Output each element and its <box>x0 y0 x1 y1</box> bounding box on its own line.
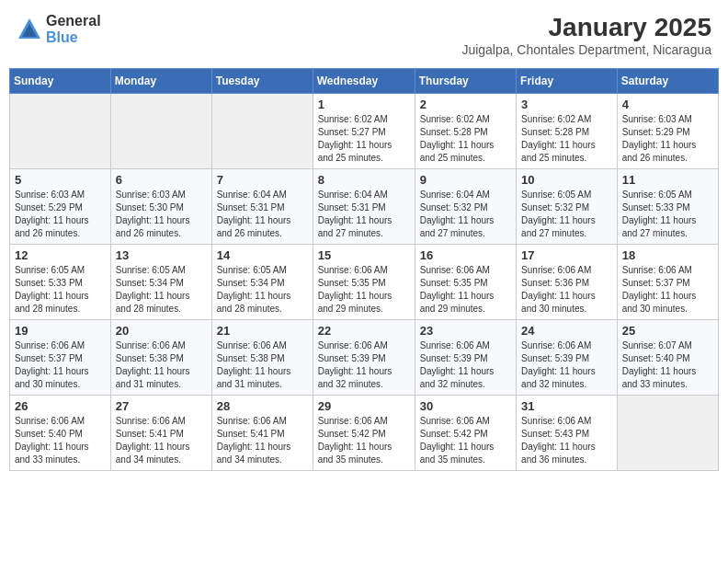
logo-icon <box>17 17 42 42</box>
calendar-cell: 20Sunrise: 6:06 AM Sunset: 5:38 PM Dayli… <box>110 320 211 396</box>
day-number: 31 <box>521 399 612 413</box>
day-number: 15 <box>318 248 410 262</box>
calendar-week-row: 1Sunrise: 6:02 AM Sunset: 5:27 PM Daylig… <box>10 94 719 169</box>
day-info: Sunrise: 6:04 AM Sunset: 5:31 PM Dayligh… <box>318 189 410 240</box>
day-number: 26 <box>15 399 106 413</box>
day-number: 6 <box>116 173 207 187</box>
day-info: Sunrise: 6:06 AM Sunset: 5:42 PM Dayligh… <box>318 415 410 466</box>
calendar-cell <box>110 94 211 169</box>
calendar-cell: 28Sunrise: 6:06 AM Sunset: 5:41 PM Dayli… <box>211 396 313 471</box>
day-number: 9 <box>420 173 511 187</box>
day-number: 27 <box>116 399 207 413</box>
day-number: 2 <box>420 98 511 111</box>
day-number: 14 <box>217 248 308 262</box>
day-number: 13 <box>116 248 207 262</box>
calendar-cell: 21Sunrise: 6:06 AM Sunset: 5:38 PM Dayli… <box>211 320 313 396</box>
calendar-cell: 4Sunrise: 6:03 AM Sunset: 5:29 PM Daylig… <box>617 94 718 169</box>
day-number: 5 <box>15 173 106 187</box>
day-info: Sunrise: 6:05 AM Sunset: 5:33 PM Dayligh… <box>15 264 106 316</box>
calendar-cell: 7Sunrise: 6:04 AM Sunset: 5:31 PM Daylig… <box>211 169 313 245</box>
day-info: Sunrise: 6:06 AM Sunset: 5:41 PM Dayligh… <box>116 415 207 466</box>
day-info: Sunrise: 6:07 AM Sunset: 5:40 PM Dayligh… <box>622 339 713 391</box>
title-block: January 2025 Juigalpa, Chontales Departm… <box>461 13 711 57</box>
calendar-cell: 25Sunrise: 6:07 AM Sunset: 5:40 PM Dayli… <box>617 320 718 396</box>
day-number: 20 <box>116 324 207 338</box>
day-of-week-header: Friday <box>517 69 618 94</box>
day-number: 11 <box>622 173 713 187</box>
calendar-cell: 12Sunrise: 6:05 AM Sunset: 5:33 PM Dayli… <box>10 245 111 320</box>
day-info: Sunrise: 6:06 AM Sunset: 5:38 PM Dayligh… <box>116 339 207 391</box>
day-info: Sunrise: 6:02 AM Sunset: 5:28 PM Dayligh… <box>420 113 511 165</box>
calendar-cell: 6Sunrise: 6:03 AM Sunset: 5:30 PM Daylig… <box>110 169 211 245</box>
logo-general: General <box>46 13 101 29</box>
calendar-cell: 26Sunrise: 6:06 AM Sunset: 5:40 PM Dayli… <box>10 396 111 471</box>
day-info: Sunrise: 6:03 AM Sunset: 5:30 PM Dayligh… <box>116 189 207 240</box>
month-title: January 2025 <box>461 13 711 42</box>
day-of-week-header: Sunday <box>10 69 111 94</box>
calendar-cell: 31Sunrise: 6:06 AM Sunset: 5:43 PM Dayli… <box>517 396 618 471</box>
calendar-table: SundayMondayTuesdayWednesdayThursdayFrid… <box>9 68 719 471</box>
day-number: 18 <box>622 248 713 262</box>
day-info: Sunrise: 6:06 AM Sunset: 5:40 PM Dayligh… <box>15 415 106 466</box>
calendar-cell: 29Sunrise: 6:06 AM Sunset: 5:42 PM Dayli… <box>313 396 415 471</box>
calendar-cell: 15Sunrise: 6:06 AM Sunset: 5:35 PM Dayli… <box>313 245 415 320</box>
day-info: Sunrise: 6:06 AM Sunset: 5:41 PM Dayligh… <box>217 415 308 466</box>
day-number: 24 <box>521 324 612 338</box>
day-of-week-header: Thursday <box>415 69 516 94</box>
location-title: Juigalpa, Chontales Department, Nicaragu… <box>461 42 711 57</box>
day-info: Sunrise: 6:06 AM Sunset: 5:38 PM Dayligh… <box>217 339 308 391</box>
day-number: 22 <box>318 324 410 338</box>
day-info: Sunrise: 6:06 AM Sunset: 5:43 PM Dayligh… <box>521 415 612 466</box>
day-info: Sunrise: 6:05 AM Sunset: 5:32 PM Dayligh… <box>521 189 612 240</box>
day-info: Sunrise: 6:06 AM Sunset: 5:39 PM Dayligh… <box>521 339 612 391</box>
day-of-week-header: Saturday <box>617 69 718 94</box>
calendar-cell: 2Sunrise: 6:02 AM Sunset: 5:28 PM Daylig… <box>415 94 516 169</box>
day-number: 25 <box>622 324 713 338</box>
calendar-cell: 14Sunrise: 6:05 AM Sunset: 5:34 PM Dayli… <box>211 245 313 320</box>
calendar-cell: 17Sunrise: 6:06 AM Sunset: 5:36 PM Dayli… <box>517 245 618 320</box>
calendar-cell: 22Sunrise: 6:06 AM Sunset: 5:39 PM Dayli… <box>313 320 415 396</box>
calendar-cell <box>10 94 111 169</box>
calendar-cell: 1Sunrise: 6:02 AM Sunset: 5:27 PM Daylig… <box>313 94 415 169</box>
calendar-cell: 24Sunrise: 6:06 AM Sunset: 5:39 PM Dayli… <box>517 320 618 396</box>
calendar-cell: 3Sunrise: 6:02 AM Sunset: 5:28 PM Daylig… <box>517 94 618 169</box>
day-info: Sunrise: 6:03 AM Sunset: 5:29 PM Dayligh… <box>622 113 713 165</box>
day-number: 10 <box>521 173 612 187</box>
calendar-cell <box>617 396 718 471</box>
calendar-cell: 5Sunrise: 6:03 AM Sunset: 5:29 PM Daylig… <box>10 169 111 245</box>
day-number: 19 <box>15 324 106 338</box>
day-info: Sunrise: 6:03 AM Sunset: 5:29 PM Dayligh… <box>15 189 106 240</box>
calendar-week-row: 5Sunrise: 6:03 AM Sunset: 5:29 PM Daylig… <box>10 169 719 245</box>
day-info: Sunrise: 6:05 AM Sunset: 5:34 PM Dayligh… <box>116 264 207 316</box>
calendar-cell: 11Sunrise: 6:05 AM Sunset: 5:33 PM Dayli… <box>617 169 718 245</box>
day-number: 1 <box>318 98 410 111</box>
calendar-cell: 19Sunrise: 6:06 AM Sunset: 5:37 PM Dayli… <box>10 320 111 396</box>
day-number: 23 <box>420 324 511 338</box>
day-of-week-header: Monday <box>110 69 211 94</box>
day-number: 16 <box>420 248 511 262</box>
calendar-cell: 23Sunrise: 6:06 AM Sunset: 5:39 PM Dayli… <box>415 320 516 396</box>
calendar-cell <box>211 94 313 169</box>
calendar-cell: 8Sunrise: 6:04 AM Sunset: 5:31 PM Daylig… <box>313 169 415 245</box>
calendar-cell: 10Sunrise: 6:05 AM Sunset: 5:32 PM Dayli… <box>517 169 618 245</box>
calendar-cell: 9Sunrise: 6:04 AM Sunset: 5:32 PM Daylig… <box>415 169 516 245</box>
calendar-cell: 27Sunrise: 6:06 AM Sunset: 5:41 PM Dayli… <box>110 396 211 471</box>
day-info: Sunrise: 6:06 AM Sunset: 5:37 PM Dayligh… <box>622 264 713 316</box>
day-number: 28 <box>217 399 308 413</box>
calendar-cell: 30Sunrise: 6:06 AM Sunset: 5:42 PM Dayli… <box>415 396 516 471</box>
day-info: Sunrise: 6:06 AM Sunset: 5:39 PM Dayligh… <box>318 339 410 391</box>
page-header: General Blue January 2025 Juigalpa, Chon… <box>9 9 719 61</box>
day-info: Sunrise: 6:05 AM Sunset: 5:34 PM Dayligh… <box>217 264 308 316</box>
day-info: Sunrise: 6:06 AM Sunset: 5:35 PM Dayligh… <box>420 264 511 316</box>
day-number: 4 <box>622 98 713 111</box>
day-info: Sunrise: 6:02 AM Sunset: 5:27 PM Dayligh… <box>318 113 410 165</box>
day-of-week-header: Tuesday <box>211 69 313 94</box>
calendar-week-row: 26Sunrise: 6:06 AM Sunset: 5:40 PM Dayli… <box>10 396 719 471</box>
day-number: 12 <box>15 248 106 262</box>
day-info: Sunrise: 6:06 AM Sunset: 5:35 PM Dayligh… <box>318 264 410 316</box>
day-info: Sunrise: 6:06 AM Sunset: 5:36 PM Dayligh… <box>521 264 612 316</box>
day-number: 30 <box>420 399 511 413</box>
day-number: 29 <box>318 399 410 413</box>
day-number: 17 <box>521 248 612 262</box>
day-number: 3 <box>521 98 612 111</box>
